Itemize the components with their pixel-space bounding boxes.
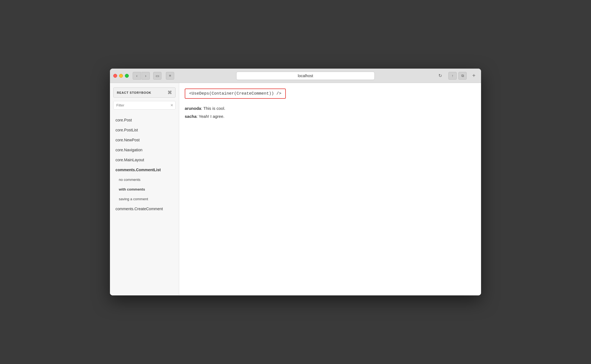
- new-tab-button[interactable]: +: [470, 72, 478, 80]
- new-window-button[interactable]: ⧉: [458, 72, 467, 80]
- filter-clear-button[interactable]: ✕: [170, 103, 173, 107]
- nav-item-label: core.Navigation: [115, 148, 142, 152]
- nav-item-label: core.MainLayout: [115, 158, 144, 162]
- sidebar-item-core-post[interactable]: core.Post: [110, 115, 179, 125]
- address-bar[interactable]: localhost: [236, 72, 375, 80]
- nav-item-label: core.PostList: [115, 128, 138, 132]
- storybook-button[interactable]: REACT STORYBOOK ⌘: [113, 87, 176, 98]
- sidebar-item-core-navigation[interactable]: core.Navigation: [110, 145, 179, 155]
- comment-text-0: This is cool.: [202, 106, 225, 111]
- filter-input[interactable]: [113, 101, 176, 110]
- storybook-label: REACT STORYBOOK: [117, 91, 151, 94]
- comment-item-0: arunoda: This is cool.: [185, 105, 476, 112]
- title-bar: ‹ › ▭ ≡ localhost ↻ ↑ ⧉: [110, 69, 481, 83]
- sidebar-item-core-newpost[interactable]: core.NewPost: [110, 135, 179, 145]
- new-tab-icon: +: [472, 72, 476, 79]
- nav-item-label: saving a comment: [119, 197, 148, 201]
- layers-button[interactable]: ≡: [166, 72, 174, 80]
- comment-text-1: Yeah! I agree.: [198, 114, 225, 119]
- url-text: localhost: [239, 74, 372, 78]
- sidebar-nav: core.Post core.PostList core.NewPost cor…: [110, 113, 179, 295]
- sidebar-item-core-mainlayout[interactable]: core.MainLayout: [110, 155, 179, 165]
- sidebar: REACT STORYBOOK ⌘ ✕ core.Post core.PostL…: [110, 83, 179, 295]
- nav-item-label: no comments: [119, 178, 140, 182]
- refresh-button[interactable]: ↻: [436, 72, 444, 80]
- nav-item-label: core.Post: [115, 118, 132, 122]
- browser-content: REACT STORYBOOK ⌘ ✕ core.Post core.PostL…: [110, 83, 481, 295]
- sidebar-item-saving-comment[interactable]: saving a comment: [110, 194, 179, 204]
- nav-item-label: comments.CommentList: [115, 168, 161, 172]
- share-icon: ↑: [452, 74, 454, 78]
- main-panel: <UseDeps(Container(CreateComment)) /> ar…: [179, 83, 481, 295]
- back-button[interactable]: ‹: [133, 72, 141, 80]
- component-tag-box: <UseDeps(Container(CreateComment)) />: [185, 89, 286, 99]
- share-button[interactable]: ↑: [448, 72, 457, 80]
- sidebar-item-with-comments[interactable]: with comments: [110, 184, 179, 194]
- filter-container: ✕: [113, 101, 176, 110]
- minimize-button[interactable]: [119, 74, 123, 78]
- comment-author-1: sacha: [185, 114, 197, 119]
- forward-button[interactable]: ›: [142, 72, 150, 80]
- refresh-icon: ↻: [438, 73, 442, 78]
- comment-list: arunoda: This is cool. sacha: Yeah! I ag…: [185, 105, 476, 119]
- nav-buttons: ‹ ›: [133, 72, 150, 80]
- nav-item-label: with comments: [119, 187, 145, 191]
- sidebar-header: REACT STORYBOOK ⌘ ✕: [110, 83, 179, 113]
- sidebar-item-comments-commentlist[interactable]: comments.CommentList: [110, 165, 179, 175]
- sidebar-icon: ▭: [156, 74, 159, 78]
- sidebar-item-core-postlist[interactable]: core.PostList: [110, 125, 179, 135]
- traffic-lights: [113, 74, 129, 78]
- new-window-icon: ⧉: [461, 74, 464, 78]
- nav-item-label: comments.CreateComment: [115, 207, 163, 211]
- sidebar-toggle-button[interactable]: ▭: [153, 72, 161, 80]
- fullscreen-button[interactable]: [125, 74, 129, 78]
- back-icon: ‹: [136, 74, 138, 78]
- browser-window: ‹ › ▭ ≡ localhost ↻ ↑ ⧉: [110, 69, 481, 295]
- nav-item-label: core.NewPost: [115, 138, 140, 142]
- cmd-icon: ⌘: [168, 90, 172, 95]
- comment-item-1: sacha: Yeah! I agree.: [185, 113, 476, 120]
- sidebar-item-comments-createcomment[interactable]: comments.CreateComment: [110, 204, 179, 214]
- sidebar-item-no-comments[interactable]: no comments: [110, 175, 179, 184]
- forward-icon: ›: [145, 74, 147, 78]
- layers-icon: ≡: [169, 74, 171, 78]
- toolbar-right: ↑ ⧉: [448, 72, 467, 80]
- component-tag-text: <UseDeps(Container(CreateComment)) />: [189, 91, 281, 96]
- close-button[interactable]: [113, 74, 117, 78]
- comment-author-0: arunoda: [185, 106, 201, 111]
